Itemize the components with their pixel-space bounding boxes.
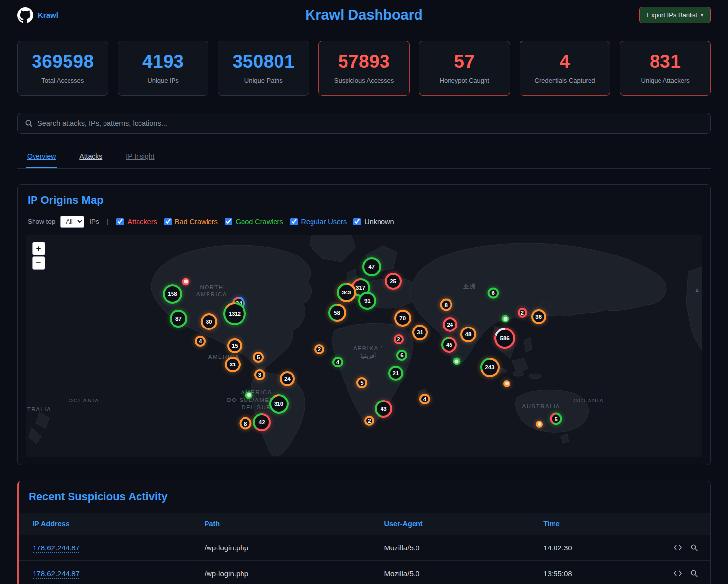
brand: Krawl xyxy=(17,7,58,23)
map-marker[interactable]: 310 xyxy=(269,394,289,414)
code-icon[interactable] xyxy=(673,544,682,551)
time-cell: 13:55:08 xyxy=(537,561,662,584)
map-marker[interactable]: 2 xyxy=(394,334,404,344)
stat-card: 57893 Suspicious Accesses xyxy=(318,41,410,96)
map-marker[interactable] xyxy=(502,315,509,323)
show-top-select[interactable]: All xyxy=(60,216,84,228)
legend-item[interactable]: Unknown xyxy=(353,218,394,226)
activity-header-row: IP AddressPathUser-AgentTime xyxy=(19,513,710,535)
export-banlist-button[interactable]: Export IPs Banlist ▾ xyxy=(639,7,711,23)
ip-address-link[interactable]: 178.62.244.87 xyxy=(33,569,80,578)
map-marker[interactable]: 158 xyxy=(163,284,182,304)
map-marker[interactable]: 31 xyxy=(225,357,241,372)
map-marker[interactable] xyxy=(453,358,460,365)
map-marker[interactable]: 87 xyxy=(170,310,187,328)
search-input[interactable] xyxy=(37,119,703,127)
github-icon xyxy=(17,7,33,23)
map-marker-count: 8 xyxy=(442,301,450,309)
map-marker[interactable] xyxy=(536,421,543,428)
legend-checkbox[interactable] xyxy=(353,218,361,225)
stat-value: 57 xyxy=(423,51,506,72)
tab-ip-insight[interactable]: IP Insight xyxy=(125,146,155,168)
map-marker-count: 31 xyxy=(227,359,239,370)
map-marker[interactable]: 80 xyxy=(201,313,217,330)
map-marker[interactable]: 2 xyxy=(518,308,527,318)
legend-item[interactable]: Bad Crawlers xyxy=(164,218,218,226)
map-marker[interactable]: 58 xyxy=(328,304,346,322)
tab-attacks[interactable]: Attacks xyxy=(78,146,103,168)
map-marker[interactable]: 2 xyxy=(314,344,324,354)
map-marker[interactable]: 36 xyxy=(531,309,546,324)
map-marker[interactable]: 4 xyxy=(332,357,343,367)
map-marker[interactable]: 6 xyxy=(487,287,499,298)
legend-checkbox[interactable] xyxy=(225,218,232,225)
export-banlist-label: Export IPs Banlist xyxy=(647,11,697,19)
ips-label: IPs xyxy=(89,218,99,225)
map-marker[interactable]: 4 xyxy=(419,394,430,404)
legend-checkbox[interactable] xyxy=(116,218,124,225)
legend-label: Good Crawlers xyxy=(236,218,283,226)
table-row: 178.62.244.87 /wp-login.php Mozilla/5.0 … xyxy=(19,535,710,561)
code-icon[interactable] xyxy=(673,569,682,577)
search-icon xyxy=(25,119,33,127)
map-marker[interactable]: 42 xyxy=(253,413,271,431)
map-marker-count: 58 xyxy=(330,306,344,320)
map-marker[interactable]: 91 xyxy=(358,292,376,310)
inspect-search-icon[interactable] xyxy=(690,544,698,552)
map-marker[interactable]: 15 xyxy=(227,338,242,353)
world-map[interactable]: + − NORTHAMERICAAMÉRICAAMÉRICADO SUL/AMÉ… xyxy=(26,235,702,457)
column-header-user-agent: User-Agent xyxy=(379,513,538,535)
map-marker[interactable]: 31 xyxy=(412,325,428,340)
legend-item[interactable]: Good Crawlers xyxy=(225,218,283,226)
map-marker[interactable]: 25 xyxy=(385,273,402,290)
user-agent-cell: Mozilla/5.0 xyxy=(379,535,538,561)
map-marker[interactable] xyxy=(503,380,510,387)
map-marker-count: 5 xyxy=(552,415,560,423)
map-marker-count: 3 xyxy=(256,371,263,378)
map-marker[interactable]: 6 xyxy=(396,350,407,361)
ip-address-link[interactable]: 178.62.244.87 xyxy=(33,544,80,552)
map-marker[interactable]: 43 xyxy=(375,400,392,418)
map-marker[interactable]: 5 xyxy=(253,352,264,363)
map-marker[interactable]: 8 xyxy=(240,417,252,430)
map-marker[interactable] xyxy=(245,391,253,399)
map-marker[interactable]: 8 xyxy=(440,299,452,311)
legend-checkbox[interactable] xyxy=(164,218,172,225)
legend-item[interactable]: Regular Users xyxy=(290,218,347,226)
path-cell: /wp-login.php xyxy=(199,561,379,584)
zoom-in-button[interactable]: + xyxy=(32,242,45,255)
map-marker[interactable]: 48 xyxy=(460,327,476,342)
map-marker[interactable]: 5 xyxy=(356,377,367,388)
map-marker[interactable]: 1312 xyxy=(223,302,246,325)
tab-overview[interactable]: Overview xyxy=(26,146,57,168)
stat-label: Suspicious Accesses xyxy=(323,77,405,84)
legend-checkbox[interactable] xyxy=(290,218,298,225)
brand-name: Krawl xyxy=(38,11,58,19)
map-marker[interactable] xyxy=(182,278,190,285)
map-marker[interactable]: 24 xyxy=(280,371,295,386)
legend-label: Bad Crawlers xyxy=(175,218,218,226)
map-marker[interactable]: 4 xyxy=(195,336,206,347)
map-marker[interactable]: 586 xyxy=(494,328,515,349)
map-marker[interactable]: 3 xyxy=(254,369,265,380)
map-marker[interactable]: 5 xyxy=(550,413,562,425)
map-marker[interactable]: 24 xyxy=(443,317,457,332)
legend-item[interactable]: Attackers xyxy=(116,218,157,226)
map-marker[interactable]: 2 xyxy=(364,416,374,426)
column-header-time: Time xyxy=(537,513,662,535)
column-header-actions xyxy=(662,513,710,535)
zoom-out-button[interactable]: − xyxy=(32,256,45,270)
map-marker[interactable]: 243 xyxy=(480,358,500,377)
map-marker[interactable]: 47 xyxy=(362,257,381,276)
map-marker-count: 31 xyxy=(414,327,426,338)
map-marker[interactable]: 70 xyxy=(394,310,411,327)
map-marker[interactable]: 343 xyxy=(337,283,356,302)
stat-card: 350801 Unique Paths xyxy=(218,41,309,96)
map-marker[interactable]: 21 xyxy=(388,366,403,381)
stat-label: Unique Paths xyxy=(222,77,305,84)
map-marker[interactable]: 45 xyxy=(441,337,457,353)
map-controls: Show top All IPs | Attackers Bad Crawler… xyxy=(28,216,702,228)
recent-suspicious-activity-panel: Recent Suspicious Activity IP AddressPat… xyxy=(17,481,711,584)
stats-row: 369598 Total Accesses 4193 Unique IPs 35… xyxy=(17,41,711,96)
inspect-search-icon[interactable] xyxy=(690,569,698,578)
